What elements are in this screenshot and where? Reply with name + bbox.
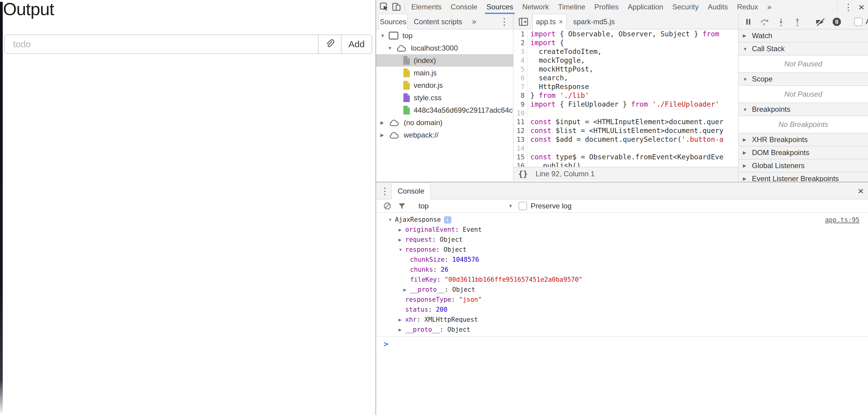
line-number[interactable]: 7 (514, 83, 527, 91)
filter-icon[interactable] (397, 201, 406, 211)
close-tab-icon[interactable]: × (559, 18, 563, 26)
sidebar-section-call-stack[interactable]: ▼Call Stack (739, 42, 868, 56)
context-dropdown-caret[interactable]: ▼ (508, 203, 513, 209)
sidebar-section-global-listeners[interactable]: ▶Global Listeners (739, 159, 868, 172)
tree-expand-arrow[interactable]: ▼ (388, 45, 396, 51)
async-checkbox[interactable] (854, 18, 863, 26)
tree-expand-arrow[interactable]: ▶ (380, 132, 388, 138)
console-tree-row[interactable]: ▶xhr: XMLHttpRequest (376, 315, 868, 325)
console-source-link[interactable]: app.ts:95 (825, 216, 860, 224)
line-text[interactable]: const $add = document.querySelector('.bu… (527, 135, 738, 144)
line-text[interactable]: import { FileUploader } from './FileUplo… (527, 100, 738, 109)
line-number[interactable]: 6 (514, 74, 527, 83)
line-number[interactable]: 9 (514, 100, 527, 109)
console-tab[interactable]: Console (391, 182, 431, 199)
step-out-button[interactable] (792, 17, 803, 27)
preserve-log-checkbox[interactable] (519, 202, 527, 210)
line-text[interactable]: createTodoItem, (527, 47, 738, 56)
tab-redux[interactable]: Redux (733, 0, 763, 14)
console-tree-row[interactable]: responseType: "json" (376, 295, 868, 305)
inspect-element-button[interactable] (378, 0, 391, 14)
console-tree-row[interactable]: ▶originalEvent: Event (376, 225, 868, 235)
code-lines[interactable]: 1import { Observable, Observer, Subject … (514, 30, 738, 170)
line-text[interactable] (527, 144, 738, 153)
tree-item-webpack-[interactable]: ▶webpack:// (376, 129, 513, 141)
expand-arrow[interactable]: ▶ (403, 285, 410, 295)
tree-item-main-js[interactable]: main.js (376, 67, 513, 79)
expand-arrow[interactable]: ▶ (399, 225, 405, 235)
line-number[interactable]: 8 (514, 91, 527, 100)
tree-expand-arrow[interactable]: ▼ (380, 33, 388, 38)
more-subtabs-chevron[interactable]: » (472, 14, 476, 29)
navigator-menu-button[interactable]: ⋮ (500, 14, 509, 29)
execution-context-selector[interactable]: top (418, 202, 429, 210)
tab-security[interactable]: Security (668, 0, 703, 14)
console-tree-row[interactable]: status: 200 (376, 305, 868, 315)
add-button[interactable]: Add (341, 35, 372, 53)
console-prompt[interactable]: > (376, 337, 868, 348)
tree-item--no-domain-[interactable]: ▶(no domain) (376, 116, 513, 129)
sidebar-section-scope[interactable]: ▼Scope (739, 73, 868, 86)
editor-tab-sparkmd5[interactable]: spark-md5.js (571, 14, 617, 29)
console-close-button[interactable]: × (858, 182, 864, 199)
step-into-button[interactable] (776, 17, 786, 27)
devtools-menu-button[interactable]: ⋮ (839, 0, 857, 14)
expand-arrow[interactable]: ▶ (399, 235, 405, 245)
expand-arrow[interactable]: ▼ (399, 245, 405, 255)
editor-tab-appts[interactable]: app.ts × (532, 14, 566, 29)
pause-on-exceptions-button[interactable] (832, 17, 842, 27)
console-tree-row[interactable]: ▼AjaxResponsei (376, 215, 868, 225)
line-text[interactable]: import { (527, 38, 738, 47)
line-text[interactable]: search, (527, 74, 738, 83)
line-number[interactable]: 3 (514, 47, 527, 56)
tree-item-style-css[interactable]: style.css (376, 92, 513, 104)
tab-network[interactable]: Network (518, 0, 553, 14)
hide-navigator-button[interactable] (518, 14, 529, 29)
tree-expand-arrow[interactable]: ▶ (380, 120, 388, 125)
console-tree-row[interactable]: ▼response: Object (376, 245, 868, 255)
line-text[interactable] (527, 109, 738, 118)
device-toolbar-button[interactable] (391, 0, 403, 14)
line-text[interactable]: } from './lib' (527, 91, 738, 100)
expand-arrow[interactable]: ▶ (399, 315, 405, 325)
tree-item-vendor-js[interactable]: vendor.js (376, 79, 513, 92)
expand-arrow[interactable]: ▶ (399, 325, 405, 335)
line-number[interactable]: 14 (514, 144, 527, 153)
tab-application[interactable]: Application (623, 0, 668, 14)
tab-profiles[interactable]: Profiles (590, 0, 623, 14)
expand-arrow[interactable]: ▼ (388, 215, 395, 225)
attach-button[interactable] (318, 35, 341, 53)
line-number[interactable]: 11 (514, 118, 527, 126)
clear-console-button[interactable] (383, 201, 392, 211)
line-number[interactable]: 2 (514, 38, 527, 47)
sidebar-section-breakpoints[interactable]: ▼Breakpoints (739, 103, 868, 116)
line-text[interactable]: const type$ = Observable.fromEvent<Keybo… (527, 153, 738, 161)
line-number[interactable]: 12 (514, 126, 527, 135)
tree-item-top[interactable]: ▼top (376, 29, 513, 42)
todo-input[interactable] (5, 35, 318, 53)
pretty-print-button[interactable]: {} (518, 169, 528, 179)
tab-console[interactable]: Console (446, 0, 482, 14)
line-text[interactable]: import { Observable, Observer, Subject }… (527, 30, 738, 38)
tree-item-448c34a56d699c29117adc64c9[interactable]: 448c34a56d699c29117adc64c9 (376, 104, 513, 116)
line-text[interactable]: const $input = <HTMLInputElement>documen… (527, 118, 738, 126)
line-number[interactable]: 13 (514, 135, 527, 144)
tree-item-localhost-3000[interactable]: ▼localhost:3000 (376, 42, 513, 54)
tab-elements[interactable]: Elements (407, 0, 446, 14)
line-number[interactable]: 5 (514, 65, 527, 74)
tab-timeline[interactable]: Timeline (553, 0, 590, 14)
line-text[interactable]: const $list = <HTMLUListElement>document… (527, 126, 738, 135)
subtab-sources[interactable]: Sources (378, 14, 408, 29)
sidebar-section-xhr-breakpoints[interactable]: ▶XHR Breakpoints (739, 133, 868, 146)
line-number[interactable]: 1 (514, 30, 527, 38)
step-over-button[interactable] (759, 17, 770, 27)
line-number[interactable]: 10 (514, 109, 527, 118)
line-text[interactable]: mockHttpPost, (527, 65, 738, 74)
tab-sources[interactable]: Sources (482, 0, 518, 14)
line-text[interactable]: mockToggle, (527, 56, 738, 65)
sidebar-section-event-listener-breakpoints[interactable]: ▶Event Listener Breakpoints (739, 172, 868, 182)
console-tree-row[interactable]: ▶__proto__: Object (376, 285, 868, 295)
sidebar-section-watch[interactable]: ▶Watch (739, 29, 868, 42)
console-menu-button[interactable]: ⋮ (380, 182, 390, 199)
sidebar-section-dom-breakpoints[interactable]: ▶DOM Breakpoints (739, 146, 868, 159)
